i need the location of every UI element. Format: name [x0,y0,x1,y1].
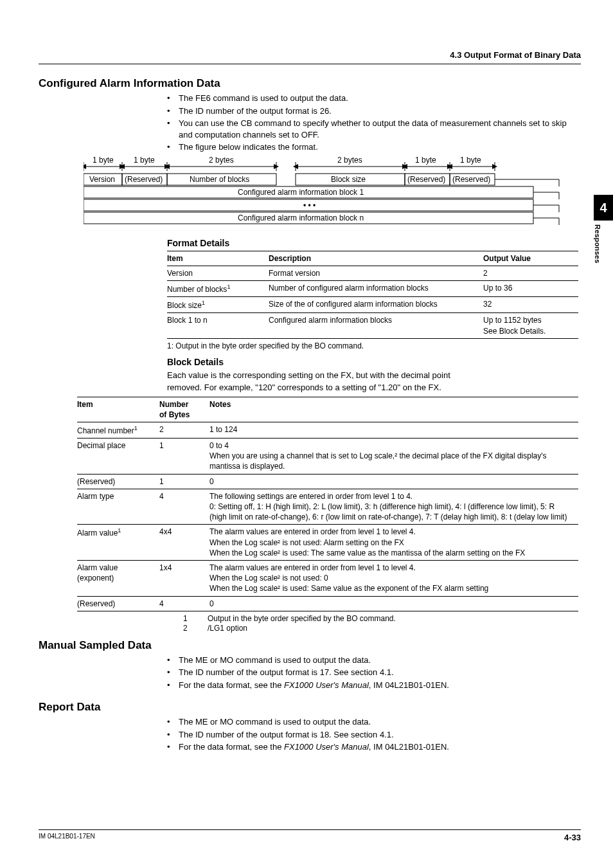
bullet-text: The ID number of the output format is 26… [179,105,332,117]
svg-text:Number of blocks: Number of blocks [190,175,249,184]
table-row: Decimal place10 to 4When you are using a… [77,439,578,475]
block-details-intro: Each value is the corresponding setting … [167,370,581,394]
table-row: (Reserved)40 [77,596,578,611]
table-row: Block size1Size of the of configured ala… [167,297,578,313]
heading-report-data: Report Data [39,701,581,714]
bullet-text: For the data format, see the FX1000 User… [179,741,449,753]
bullet-text: The FE6 command is used to output the da… [179,93,348,104]
page-footer: IM 04L21B01-17EN 4-33 [39,829,581,842]
bullet-text: You can use the CB command to specify wh… [179,118,581,140]
table-row: Alarm type4The following settings are en… [77,489,578,525]
svg-text:(Reserved): (Reserved) [452,175,490,184]
svg-text:Block size: Block size [331,175,366,184]
bullets-manual-sampled: •The ME or MO command is used to output … [167,655,581,691]
block-details-table: Item Numberof Bytes Notes Channel number… [77,397,578,611]
table-row: Alarm value14x4The alarm values are ente… [77,525,578,561]
format-details-footnote: 1: Output in the byte order specified by… [167,341,581,350]
svg-text:Configured alarm information b: Configured alarm information block 1 [238,188,364,197]
svg-text:Version: Version [89,175,115,184]
table-row: (Reserved)10 [77,474,578,489]
table-row: Channel number121 to 124 [77,422,578,438]
bullet-text: For the data format, see the FX1000 User… [179,680,449,691]
bullet-text: The ME or MO command is used to output t… [179,655,371,666]
table-row: VersionFormat version2 [167,266,578,280]
svg-text:2 bytes: 2 bytes [209,157,234,165]
format-diagram: 1 byte 1 byte 2 bytes 2 bytes 1 byte 1 b… [84,157,585,231]
heading-manual-sampled: Manual Sampled Data [39,639,581,652]
block-details-footnotes: 1Output in the byte order specified by t… [183,614,581,633]
heading-configured-alarm: Configured Alarm Information Data [39,77,581,90]
svg-text:1 byte: 1 byte [134,157,155,165]
header-rule [39,64,581,64]
chapter-number: 4 [594,195,613,221]
chapter-tab: 4 Responses [594,195,613,323]
svg-text:(Reserved): (Reserved) [125,175,163,184]
svg-text:1 byte: 1 byte [460,157,481,165]
bullets-configured-alarm: •The FE6 command is used to output the d… [167,93,581,153]
bullet-text: The ME or MO command is used to output t… [179,716,371,728]
footer-doc-id: IM 04L21B01-17EN [39,833,95,842]
footer-page-number: 4-33 [564,833,581,842]
chapter-label: Responses [594,224,601,264]
table-row: Block 1 to nConfigured alarm information… [167,313,578,338]
svg-text:(Reserved): (Reserved) [407,175,445,184]
table-row: Alarm value(exponent)1x4The alarm values… [77,560,578,596]
svg-text:1 byte: 1 byte [93,157,114,165]
svg-text:Configured alarm information b: Configured alarm information block n [238,213,364,222]
svg-text:• • •: • • • [303,201,315,210]
bullet-text: The ID number of the output format is 17… [179,667,394,678]
bullet-text: The ID number of the output format is 18… [179,729,394,741]
format-details-table: Item Description Output Value VersionFor… [167,251,578,339]
svg-text:2 bytes: 2 bytes [337,157,362,165]
heading-format-details: Format Details [167,238,581,248]
table-row: Number of blocks1Number of configured al… [167,281,578,297]
section-header: 4.3 Output Format of Binary Data [39,50,581,60]
bullet-text: The figure below indicates the format. [179,141,318,153]
bullets-report-data: •The ME or MO command is used to output … [167,716,581,753]
heading-block-details: Block Details [167,357,581,367]
svg-text:1 byte: 1 byte [415,157,436,165]
